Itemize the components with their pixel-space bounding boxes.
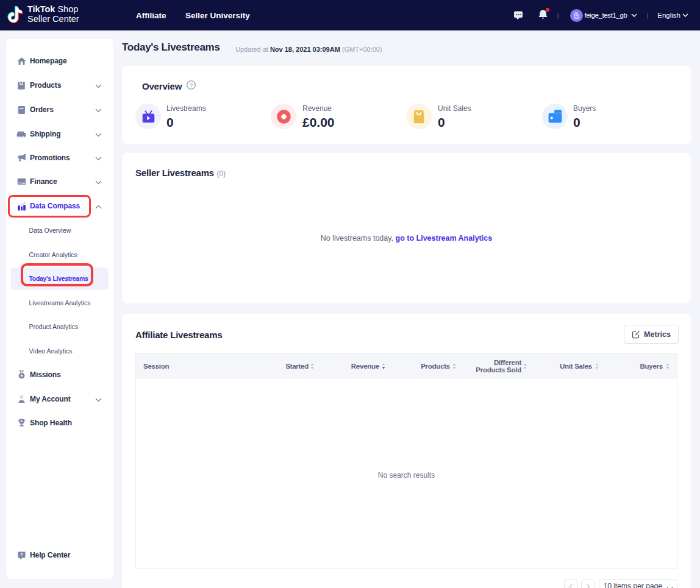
svg-text:?: ? (20, 552, 23, 558)
svg-text:?: ? (190, 82, 193, 88)
